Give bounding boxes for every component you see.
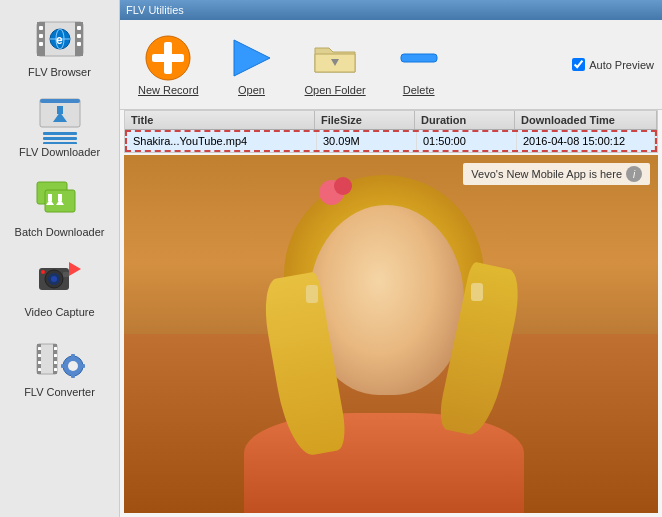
open-button[interactable]: Open (217, 30, 287, 100)
svg-rect-55 (401, 54, 437, 62)
svg-rect-25 (58, 194, 62, 201)
col-downloaded-time: Downloaded Time (515, 111, 657, 129)
svg-rect-8 (77, 42, 81, 46)
file-table: Title FileSize Duration Downloaded Time … (124, 110, 658, 153)
svg-rect-18 (43, 137, 77, 140)
batch-downloader-icon (35, 174, 85, 224)
col-duration: Duration (415, 111, 515, 129)
svg-rect-3 (39, 26, 43, 30)
svg-rect-19 (43, 142, 77, 144)
sidebar-item-flv-converter[interactable]: FLV Converter (0, 328, 119, 404)
svg-rect-38 (38, 361, 41, 364)
video-background (124, 155, 658, 513)
main-area: FLV Utilities New Record (120, 0, 662, 517)
svg-text:e: e (56, 33, 63, 47)
new-record-button[interactable]: New Record (128, 30, 209, 100)
svg-rect-6 (77, 26, 81, 30)
sidebar-item-batch-downloader-label: Batch Downloader (15, 226, 105, 238)
open-label: Open (238, 84, 265, 96)
svg-marker-32 (69, 262, 81, 276)
svg-point-45 (68, 361, 78, 371)
table-header: Title FileSize Duration Downloaded Time (125, 111, 657, 130)
app-title: FLV Utilities (126, 4, 184, 16)
new-record-label: New Record (138, 84, 199, 96)
video-overlay: Vevo's New Mobile App is here i (463, 163, 650, 185)
svg-rect-14 (40, 99, 80, 103)
flv-downloader-icon (35, 94, 85, 144)
svg-rect-42 (54, 361, 57, 364)
sidebar-item-video-capture-label: Video Capture (24, 306, 94, 318)
sidebar-item-flv-downloader[interactable]: FLV Downloader (0, 88, 119, 164)
open-folder-button[interactable]: Open Folder (295, 30, 376, 100)
sidebar-item-video-capture[interactable]: Video Capture (0, 248, 119, 324)
svg-rect-47 (71, 374, 75, 378)
svg-rect-48 (61, 364, 65, 368)
auto-preview-checkbox[interactable] (572, 58, 585, 71)
delete-label: Delete (403, 84, 435, 96)
svg-rect-5 (39, 42, 43, 46)
sidebar-item-flv-browser-label: FLV Browser (28, 66, 91, 78)
new-record-icon (144, 34, 192, 82)
flv-browser-icon: e (35, 14, 85, 64)
svg-point-30 (41, 270, 45, 274)
cell-title: Shakira...YouTube.mp4 (127, 132, 317, 150)
cell-duration: 01:50:00 (417, 132, 517, 150)
svg-rect-52 (152, 54, 184, 62)
overlay-message: Vevo's New Mobile App is here (471, 168, 622, 180)
svg-rect-39 (38, 368, 41, 371)
svg-rect-31 (63, 272, 69, 277)
svg-rect-37 (38, 354, 41, 357)
sidebar-item-batch-downloader[interactable]: Batch Downloader (0, 168, 119, 244)
col-filesize: FileSize (315, 111, 415, 129)
sidebar-item-flv-browser[interactable]: e FLV Browser (0, 8, 119, 84)
video-capture-icon (35, 254, 85, 304)
svg-rect-7 (77, 34, 81, 38)
info-icon[interactable]: i (626, 166, 642, 182)
svg-rect-16 (57, 106, 63, 114)
auto-preview-container: Auto Preview (572, 58, 654, 71)
cell-filesize: 30.09M (317, 132, 417, 150)
cell-downloaded-time: 2016-04-08 15:00:12 (517, 132, 655, 150)
delete-icon (395, 34, 443, 82)
flv-converter-icon (35, 334, 85, 384)
svg-rect-36 (38, 347, 41, 350)
toolbar: New Record Open (120, 20, 662, 110)
open-icon (228, 34, 276, 82)
auto-preview-label: Auto Preview (589, 59, 654, 71)
table-row[interactable]: Shakira...YouTube.mp4 30.09M 01:50:00 20… (125, 130, 657, 152)
svg-rect-41 (54, 354, 57, 357)
svg-marker-53 (234, 40, 270, 76)
video-preview: Vevo's New Mobile App is here i (124, 155, 658, 513)
sidebar: e FLV Browser FLV Downloader (0, 0, 120, 517)
svg-rect-40 (54, 347, 57, 350)
svg-rect-49 (81, 364, 85, 368)
svg-rect-4 (39, 34, 43, 38)
svg-rect-23 (48, 194, 52, 201)
delete-button[interactable]: Delete (384, 30, 454, 100)
sidebar-item-flv-converter-label: FLV Converter (24, 386, 95, 398)
open-folder-icon (311, 34, 359, 82)
svg-point-29 (51, 276, 57, 282)
sidebar-item-flv-downloader-label: FLV Downloader (19, 146, 100, 158)
svg-rect-17 (43, 132, 77, 135)
svg-rect-46 (71, 354, 75, 358)
title-bar: FLV Utilities (120, 0, 662, 20)
svg-rect-43 (54, 368, 57, 371)
col-title: Title (125, 111, 315, 129)
open-folder-label: Open Folder (305, 84, 366, 96)
